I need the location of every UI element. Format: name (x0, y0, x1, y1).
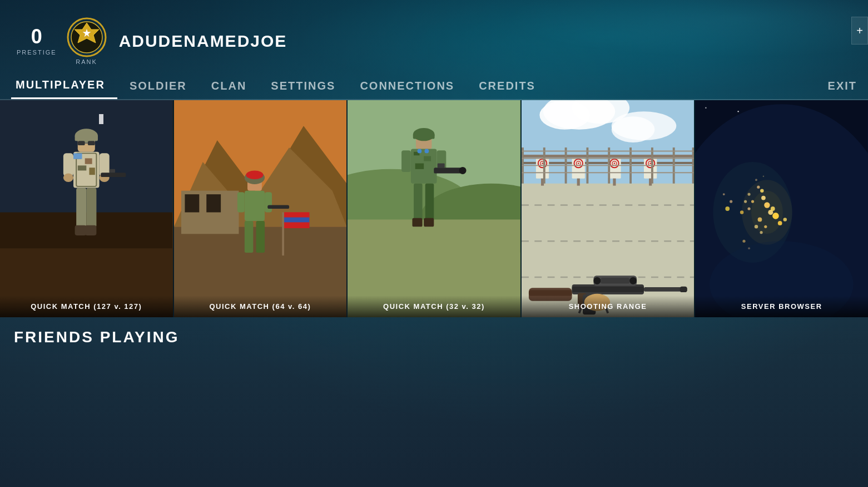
svg-rect-70 (425, 184, 434, 220)
svg-point-95 (578, 163, 579, 164)
svg-point-171 (755, 179, 757, 181)
nav-item-settings[interactable]: SETTINGS (259, 72, 348, 99)
svg-point-163 (726, 206, 730, 211)
svg-point-170 (751, 191, 783, 234)
svg-rect-29 (73, 153, 82, 159)
prestige-section: 0 PRESTIGE (17, 27, 57, 56)
svg-point-21 (63, 174, 73, 183)
svg-rect-25 (76, 188, 86, 227)
svg-rect-72 (424, 218, 434, 227)
svg-rect-42 (265, 192, 272, 212)
username: ADUDENAMEDJOE (119, 32, 287, 51)
svg-rect-96 (577, 179, 579, 186)
svg-rect-101 (613, 179, 616, 186)
header: 0 PRESTIGE RANK ADUDENAMEDJOE (0, 0, 868, 72)
svg-rect-47 (282, 212, 284, 255)
card-label-4: SHOOTING RANGE (522, 296, 695, 317)
svg-rect-19 (63, 153, 73, 176)
svg-rect-50 (284, 218, 309, 223)
svg-rect-43 (244, 221, 253, 253)
svg-point-126 (629, 277, 637, 284)
svg-rect-69 (414, 184, 423, 220)
card-label-1: QUICK MATCH (127 v. 127) (0, 296, 173, 317)
svg-point-145 (738, 111, 740, 112)
card-label-3: QUICK MATCH (32 v. 32) (348, 296, 520, 317)
nav-item-multiplayer[interactable]: MULTIPLAYER (11, 72, 117, 99)
svg-rect-36 (185, 194, 199, 212)
svg-rect-66 (434, 168, 463, 173)
svg-rect-37 (206, 194, 221, 212)
svg-rect-123 (572, 287, 643, 292)
svg-point-164 (723, 193, 725, 195)
prestige-value: 0 (31, 27, 42, 47)
rank-section: RANK (67, 17, 107, 65)
svg-point-80 (612, 116, 655, 142)
svg-point-173 (743, 240, 746, 243)
svg-rect-44 (256, 221, 265, 253)
svg-point-172 (763, 175, 765, 177)
card-label-5: SERVER BROWSER (695, 296, 868, 317)
card-quick-match-64[interactable]: QUICK MATCH (64 v. 64) (174, 100, 348, 317)
svg-rect-28 (85, 225, 97, 235)
prestige-label: PRESTIGE (17, 49, 57, 56)
svg-rect-129 (679, 287, 687, 292)
svg-rect-59 (413, 134, 435, 139)
card-label-2: QUICK MATCH (64 v. 64) (174, 296, 347, 317)
rank-label: RANK (76, 58, 97, 65)
card-quick-match-32[interactable]: QUICK MATCH (32 v. 32) (348, 100, 522, 317)
plus-button[interactable]: + (851, 17, 868, 45)
svg-rect-63 (415, 163, 424, 169)
nav-item-credits[interactable]: CREDITS (467, 72, 548, 99)
svg-rect-15 (85, 158, 92, 164)
svg-rect-27 (75, 225, 87, 235)
svg-rect-16 (78, 165, 87, 170)
svg-point-73 (418, 149, 422, 154)
svg-rect-127 (601, 278, 629, 283)
svg-rect-11 (88, 141, 95, 145)
svg-rect-71 (413, 218, 423, 227)
svg-rect-23 (101, 173, 126, 177)
card-server-browser[interactable]: SERVER BROWSER (695, 100, 868, 317)
nav-item-soldier[interactable]: SOLDIER (117, 72, 199, 99)
svg-point-105 (649, 163, 651, 164)
svg-rect-10 (78, 141, 85, 145)
svg-rect-49 (284, 212, 309, 217)
svg-rect-9 (75, 135, 98, 141)
svg-rect-17 (89, 168, 95, 175)
svg-rect-26 (86, 188, 96, 227)
svg-rect-40 (244, 191, 264, 221)
svg-rect-46 (267, 205, 289, 209)
svg-rect-41 (237, 192, 244, 212)
mouse-cursor (99, 114, 103, 124)
svg-point-125 (593, 277, 601, 284)
svg-rect-62 (424, 156, 431, 161)
exit-button[interactable]: EXIT (828, 80, 857, 92)
nav-item-connections[interactable]: CONNECTIONS (348, 72, 467, 99)
svg-point-162 (730, 200, 732, 203)
svg-rect-67 (438, 163, 445, 168)
svg-rect-24 (110, 169, 115, 173)
svg-point-74 (425, 149, 429, 154)
svg-rect-51 (284, 223, 309, 228)
svg-point-45 (246, 170, 263, 179)
svg-point-100 (613, 163, 615, 164)
friends-section: FRIENDS PLAYING (0, 317, 868, 357)
rank-badge (67, 17, 107, 57)
navigation: MULTIPLAYER SOLDIER CLAN SETTINGS CONNEC… (0, 72, 868, 100)
card-shooting-range[interactable]: SHOOTING RANGE (522, 100, 696, 317)
game-cards: QUICK MATCH (127 v. 127) (0, 100, 868, 317)
card-quick-match-127[interactable]: QUICK MATCH (127 v. 127) (0, 100, 174, 317)
friends-title: FRIENDS PLAYING (14, 328, 854, 346)
svg-point-90 (542, 163, 543, 164)
nav-item-clan[interactable]: CLAN (199, 72, 259, 99)
svg-rect-64 (401, 150, 411, 172)
svg-point-144 (705, 107, 707, 109)
svg-point-68 (459, 167, 467, 174)
